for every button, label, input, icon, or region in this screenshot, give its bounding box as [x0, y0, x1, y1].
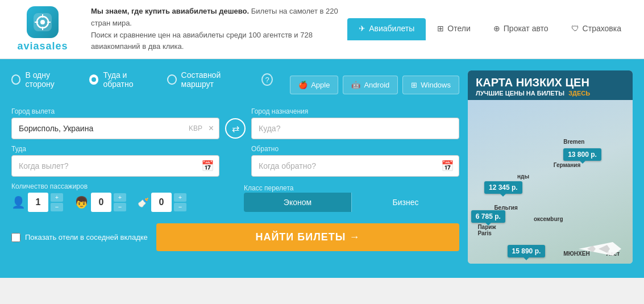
- header: aviasales Мы знаем, где купить авиабилет…: [0, 0, 644, 59]
- children-decrement[interactable]: −: [114, 203, 126, 211]
- apple-icon: 🍎: [298, 81, 308, 89]
- children-btns: + −: [114, 193, 126, 211]
- return-input-wrapper: 📅: [251, 155, 459, 177]
- hotels-checkbox-label[interactable]: Показать отели в соседней вкладке: [11, 233, 148, 242]
- adults-btns: + −: [51, 193, 63, 211]
- adults-count: 1: [28, 193, 48, 212]
- children-icon: 👦: [74, 195, 89, 209]
- nav-tab-insurance[interactable]: 🛡 Страховка: [560, 18, 633, 40]
- depart-input[interactable]: [11, 155, 219, 177]
- apple-button[interactable]: 🍎 Apple: [290, 76, 338, 94]
- children-count: 0: [91, 193, 111, 212]
- pass-class-row: Количество пассажиров 👤 1 + −: [11, 182, 459, 218]
- nav-tab-hotels[interactable]: ⊞ Отели: [426, 18, 481, 40]
- windows-icon: ⊞: [411, 81, 417, 89]
- map-label-netherlands: нды: [517, 173, 529, 180]
- logo-text: aviasales: [17, 40, 68, 52]
- depart-group: Туда 📅: [11, 145, 219, 177]
- adults-group: 👤 1 + −: [11, 193, 63, 212]
- radio-roundtrip[interactable]: Туда и обратно: [89, 70, 153, 89]
- infants-decrement[interactable]: −: [174, 203, 186, 211]
- map-label-paris: ПарижParis: [477, 224, 496, 236]
- business-button[interactable]: Бизнес: [351, 193, 459, 212]
- ad-header: КАРТА НИЗКИХ ЦЕН ЛУЧШИЕ ЦЕНЫ НА БИЛЕТЫ З…: [468, 70, 633, 100]
- hotels-checkbox[interactable]: [11, 233, 20, 242]
- to-label: Город назначения: [251, 107, 459, 115]
- class-buttons: Эконом Бизнес: [244, 193, 459, 212]
- radio-circle-multi: [167, 74, 176, 85]
- help-icon[interactable]: ?: [261, 73, 273, 86]
- infants-icon: 🍼: [138, 197, 149, 208]
- logo-area: aviasales: [11, 6, 74, 52]
- price-badge-2[interactable]: 13 800 р.: [563, 148, 601, 161]
- nav-tab-flights[interactable]: ✈ Авиабилеты: [347, 18, 426, 40]
- price-badge-1[interactable]: 12 345 р.: [484, 181, 522, 194]
- return-group: Обратно 📅: [251, 145, 459, 177]
- infants-count: 0: [151, 193, 172, 212]
- logo-icon: [27, 6, 59, 38]
- infants-controls: 🍼 0 + −: [138, 193, 186, 212]
- header-tagline: Мы знаем, где купить авиабилеты дешево. …: [85, 6, 347, 53]
- from-input[interactable]: [11, 118, 219, 139]
- from-to-row: Город вылета KBP × ⇄ Город назначения: [11, 107, 459, 139]
- ad-title: КАРТА НИЗКИХ ЦЕН: [476, 76, 625, 89]
- app-buttons: 🍎 Apple 🤖 Android ⊞ Windows: [290, 76, 459, 94]
- adults-icon: 👤: [11, 195, 26, 209]
- from-clear-icon[interactable]: ×: [209, 123, 214, 134]
- passengers-label: Количество пассажиров: [11, 182, 227, 190]
- price-badge-3[interactable]: 6 785 р.: [471, 210, 505, 223]
- passengers-row: 👤 1 + − 👦 0: [11, 193, 227, 212]
- children-controls: 👦 0 + −: [74, 193, 126, 212]
- infants-btns: + −: [174, 193, 186, 211]
- infants-group: 🍼 0 + −: [138, 193, 186, 212]
- radio-circle-roundtrip: [89, 74, 98, 85]
- nav-tab-car[interactable]: ⊕ Прокат авто: [482, 18, 560, 40]
- radio-oneway[interactable]: В одну сторону: [11, 70, 75, 89]
- price-badge-4[interactable]: 15 890 р.: [508, 245, 546, 257]
- search-panel: В одну сторону Туда и обратно Составной …: [11, 70, 459, 264]
- children-increment[interactable]: +: [114, 193, 126, 202]
- map-label-germany: Германия: [554, 162, 581, 168]
- main-content: В одну сторону Туда и обратно Составной …: [0, 59, 644, 278]
- adults-controls: 👤 1 + −: [11, 193, 63, 212]
- children-group: 👦 0 + −: [74, 193, 126, 212]
- infants-increment[interactable]: +: [174, 193, 186, 202]
- depart-label: Туда: [11, 145, 219, 153]
- class-label: Класс перелета: [244, 184, 293, 192]
- return-label: Обратно: [251, 145, 459, 153]
- car-icon: ⊕: [493, 24, 500, 33]
- map-label-lux: оксемburg: [534, 216, 563, 222]
- radio-multi[interactable]: Составной маршрут: [167, 70, 247, 89]
- from-input-wrapper: KBP ×: [11, 118, 219, 139]
- hotels-icon: ⊞: [437, 24, 444, 33]
- insurance-icon: 🛡: [571, 24, 579, 33]
- depart-input-wrapper: 📅: [11, 155, 219, 177]
- class-group: Класс перелета Эконом Бизнес: [244, 182, 459, 212]
- from-group: Город вылета KBP ×: [11, 107, 219, 139]
- flights-icon: ✈: [359, 24, 365, 33]
- return-input[interactable]: [251, 155, 459, 177]
- adults-increment[interactable]: +: [51, 193, 63, 202]
- ad-map: нды Бельгия Германия ПарижParis оксемbur…: [468, 100, 633, 264]
- trip-type-group: В одну сторону Туда и обратно Составной …: [11, 70, 273, 89]
- to-group: Город назначения: [251, 107, 459, 139]
- svg-point-2: [40, 20, 45, 24]
- from-label: Город вылета: [11, 107, 219, 115]
- economy-button[interactable]: Эконом: [244, 193, 351, 212]
- bottom-row: Показать отели в соседней вкладке НАЙТИ …: [11, 223, 459, 251]
- map-label-bremen: Bremen: [563, 139, 584, 145]
- search-button[interactable]: НАЙТИ БИЛЕТЫ →: [156, 223, 459, 251]
- android-button[interactable]: 🤖 Android: [343, 76, 398, 94]
- adults-decrement[interactable]: −: [51, 203, 63, 211]
- radio-circle-oneway: [11, 74, 20, 85]
- to-input[interactable]: [251, 118, 459, 139]
- dates-row: Туда 📅 Обратно 📅: [11, 145, 459, 177]
- ad-banner[interactable]: КАРТА НИЗКИХ ЦЕН ЛУЧШИЕ ЦЕНЫ НА БИЛЕТЫ З…: [468, 70, 633, 264]
- ad-subtitle: ЛУЧШИЕ ЦЕНЫ НА БИЛЕТЫ ЗДЕСЬ: [476, 90, 625, 97]
- android-icon: 🤖: [351, 81, 360, 89]
- nav-tabs: ✈ Авиабилеты ⊞ Отели ⊕ Прокат авто 🛡 Стр…: [347, 18, 633, 40]
- options-row: В одну сторону Туда и обратно Составной …: [11, 70, 459, 99]
- plane-icon: [576, 236, 624, 262]
- windows-button[interactable]: ⊞ Windows: [402, 76, 459, 94]
- swap-button[interactable]: ⇄: [225, 118, 246, 139]
